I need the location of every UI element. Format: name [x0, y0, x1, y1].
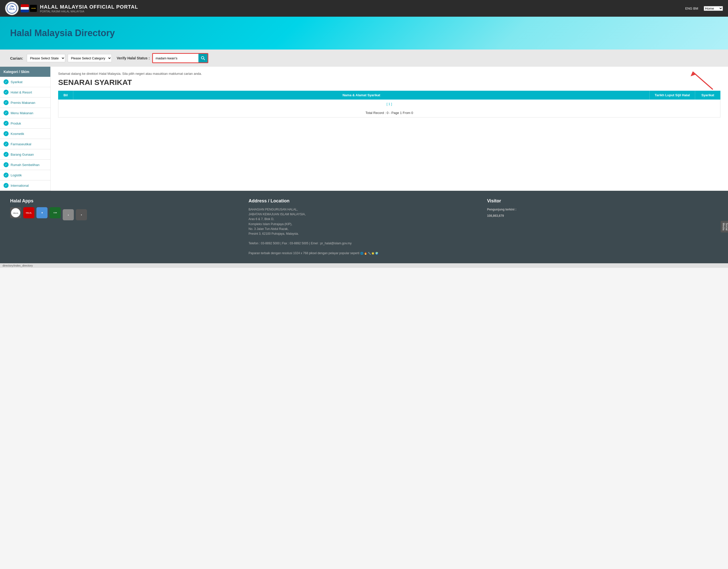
addr-line-4: No. 3 Jalan Tun Abdul Razak,: [248, 227, 288, 231]
results-table: Bil Nama & Alamat Syarikat Tarikh Luput …: [58, 91, 720, 118]
flag-icon: [21, 4, 29, 12]
col-bil: Bil: [58, 91, 73, 100]
sidebar-item-label: Premis Makanan: [11, 101, 35, 105]
total-record: Total Record : 0 - Page 1 From 0: [58, 108, 720, 117]
footer-apps: Halal Apps HALAL HALAL ◆ CCM ● ♥: [10, 198, 241, 256]
svg-line-5: [204, 59, 205, 60]
verify-label: Verify Halal Status :: [117, 56, 150, 60]
sidebar-item-rumah[interactable]: ✓ Rumah Sembelihan: [0, 160, 50, 170]
social-media-label: Social Media: [722, 223, 728, 231]
sidebar-item-label: Produk: [11, 122, 21, 125]
sidebar-item-label: Rumah Sembelihan: [11, 163, 39, 167]
sidebar-item-menu[interactable]: ✓ Menu Makanan: [0, 108, 50, 118]
sidebar-item-label: International: [11, 184, 29, 188]
sidebar-item-produk[interactable]: ✓ Produk: [0, 118, 50, 129]
sidebar-item-label: Hotel & Resort: [11, 91, 32, 94]
verify-input[interactable]: [153, 54, 198, 62]
addr-display: Paparan terbaik dengan resolusi 1024 x 7…: [248, 252, 359, 255]
pagination: [ 1 ]: [58, 100, 720, 108]
logo-area: حلال HALAL JAKIM: [5, 2, 37, 15]
addr-line-5: Presint 3, 62100 Putrajaya, Malaysia.: [248, 232, 299, 236]
check-icon: ✓: [4, 110, 9, 116]
lang-switcher[interactable]: ENG BM: [685, 7, 698, 10]
visitor-count: 108,863,679: [487, 214, 718, 218]
addr-line-3: Kompleks Islam Putrajaya (KIP),: [248, 222, 292, 226]
sidebar-item-syarikat[interactable]: ✓ Syarikat: [0, 77, 50, 87]
site-title: HALAL MALAYSIA OFFICIAL PORTAL PORTAL RA…: [40, 4, 682, 13]
sidebar-item-logistik[interactable]: ✓ Logistik: [0, 170, 50, 181]
col-syarikat: Syarikat: [695, 91, 720, 100]
sidebar-item-label: Barang Gunaan: [11, 153, 34, 156]
check-icon: ✓: [4, 121, 9, 126]
sidebar-item-farmaseutikal[interactable]: ✓ Farmaseutikal: [0, 139, 50, 149]
state-select[interactable]: Please Select State Johor Kedah Kelantan…: [27, 54, 65, 62]
check-icon: ✓: [4, 173, 9, 178]
footer: Halal Apps HALAL HALAL ◆ CCM ● ♥: [0, 191, 728, 263]
footer-visitor: Visitor Pengunjung terkini : 108,863,679…: [487, 198, 718, 256]
addr-phone: Telefon : 03-8892 5000 | Fax : 03-8892 5…: [248, 242, 352, 245]
search-icon: [201, 56, 205, 60]
sidebar-item-label: Menu Makanan: [11, 111, 33, 115]
check-icon: ✓: [4, 79, 9, 84]
section-title: SENARAI SYARIKAT: [58, 78, 720, 87]
halal-logo: حلال HALAL: [5, 2, 19, 15]
footer-address-title: Address / Location: [248, 198, 479, 204]
sidebar: Kategori / Skim ✓ Syarikat ✓ Hotel & Res…: [0, 67, 51, 191]
welcome-text: Selamat datang ke direktori Halal Malays…: [58, 72, 720, 76]
svg-text:HALAL: HALAL: [9, 8, 15, 10]
verify-input-wrap: [152, 53, 208, 63]
check-icon: ✓: [4, 152, 9, 157]
svg-text:HALAL: HALAL: [13, 212, 18, 214]
sidebar-item-label: Logistik: [11, 173, 22, 177]
main-content: Kategori / Skim ✓ Syarikat ✓ Hotel & Res…: [0, 67, 728, 191]
check-icon: ✓: [4, 131, 9, 136]
check-icon: ✓: [4, 183, 9, 188]
page-link[interactable]: [ 1 ]: [386, 102, 392, 106]
banner: Halal Malaysia Directory: [0, 17, 728, 50]
addr-line-1: JABATAN KEMAJUAN ISLAM MALAYSIA,: [248, 213, 306, 216]
check-icon: ✓: [4, 100, 9, 105]
addr-line-0: BAHAGIAN PENGURUSAN HALAL,: [248, 208, 298, 211]
footer-address: Address / Location BAHAGIAN PENGURUSAN H…: [248, 198, 479, 256]
footer-apps-title: Halal Apps: [10, 198, 241, 204]
sidebar-item-label: Kosmetik: [11, 132, 24, 136]
svg-text:حلال: حلال: [10, 5, 14, 8]
portal-subtitle: PORTAL RASMI HALAL MALAYSIA: [40, 10, 682, 13]
sidebar-item-label: Syarikat: [11, 80, 22, 84]
footer-visitor-title: Visitor: [487, 198, 718, 204]
search-bar: Carian: Please Select State Johor Kedah …: [0, 50, 728, 67]
sidebar-item-barang[interactable]: ✓ Barang Gunaan: [0, 149, 50, 160]
app-logo-extra2: ♥: [76, 209, 87, 220]
sidebar-item-international[interactable]: ✓ International: [0, 181, 50, 191]
app-logo-icon: ◆: [36, 207, 48, 218]
col-nama: Nama & Alamat Syarikat: [73, 91, 650, 100]
footer-address-text: BAHAGIAN PENGURUSAN HALAL, JABATAN KEMAJ…: [248, 207, 479, 256]
check-icon: ✓: [4, 90, 9, 95]
table-header: Bil Nama & Alamat Syarikat Tarikh Luput …: [58, 91, 720, 100]
category-select[interactable]: Please Select Category Syarikat Hotel & …: [68, 54, 112, 62]
app-logo-extra1: ●: [63, 209, 74, 220]
visitor-label: Pengunjung terkini :: [487, 207, 718, 212]
sidebar-header: Kategori / Skim: [0, 67, 50, 77]
app-logo-jakim: HALAL: [10, 207, 21, 218]
sidebar-item-label: Farmaseutikal: [11, 142, 31, 146]
apps-logos: HALAL HALAL ◆ CCM ● ♥: [10, 207, 241, 220]
portal-title: HALAL MALAYSIA OFFICIAL PORTAL: [40, 4, 682, 10]
check-icon: ✓: [4, 162, 9, 167]
url-display: directory/index_directory: [3, 264, 33, 267]
social-media-button[interactable]: ⚙ Social Media: [721, 221, 728, 233]
header: حلال HALAL JAKIM HALAL MALAYSIA OFFICIAL…: [0, 0, 728, 17]
app-logo-halal: HALAL: [23, 207, 34, 218]
nav-dropdown[interactable]: Home About Directory Contact: [704, 6, 723, 11]
sidebar-item-premis[interactable]: ✓ Premis Makanan: [0, 98, 50, 108]
sidebar-item-hotel[interactable]: ✓ Hotel & Resort: [0, 87, 50, 98]
col-tarikh: Tarikh Luput Sijil Halal: [650, 91, 695, 100]
app-logo-ccm: CCM: [50, 207, 61, 218]
banner-title: Halal Malaysia Directory: [10, 28, 115, 38]
content-area: Selamat datang ke direktori Halal Malays…: [51, 67, 728, 191]
table-body: [ 1 ] Total Record : 0 - Page 1 From 0: [58, 100, 720, 118]
jakim-logo: JAKIM: [30, 5, 37, 12]
search-label: Carian:: [10, 56, 23, 60]
sidebar-item-kosmetik[interactable]: ✓ Kosmetik: [0, 129, 50, 139]
search-button[interactable]: [198, 54, 208, 62]
